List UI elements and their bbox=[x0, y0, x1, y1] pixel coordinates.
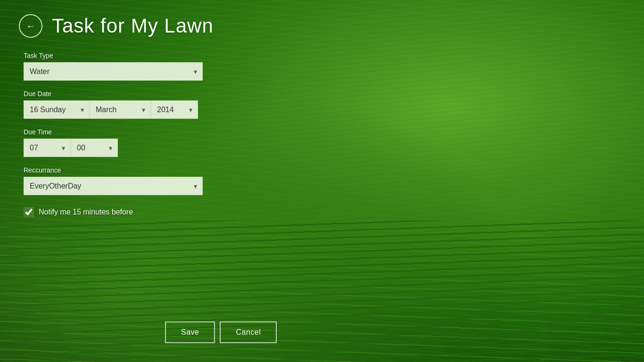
due-date-row: 16 Sunday 1 Saturday 17 Monday January F… bbox=[24, 100, 625, 119]
back-icon: ← bbox=[26, 21, 35, 32]
due-time-row: 00 01 02 03 04 05 06 07 08 09 10 11 12 bbox=[24, 139, 625, 157]
due-time-hour-select[interactable]: 00 01 02 03 04 05 06 07 08 09 10 11 12 bbox=[24, 139, 71, 157]
recurrence-group: Reccurrance Never Daily EveryOtherDay We… bbox=[24, 166, 625, 195]
due-date-label: Due Date bbox=[24, 90, 625, 98]
form: Task Type Water Mow Fertilize Weed Edge … bbox=[19, 52, 625, 217]
year-wrapper: 2013 2014 2015 2016 bbox=[151, 100, 198, 119]
save-button[interactable]: Save bbox=[165, 321, 215, 343]
month-wrapper: January February March April May June Ju… bbox=[90, 100, 151, 119]
due-time-minute-select[interactable]: 00 15 30 45 bbox=[71, 139, 118, 157]
due-date-group: Due Date 16 Sunday 1 Saturday 17 Monday … bbox=[24, 90, 625, 119]
header: ← Task for My Lawn bbox=[19, 14, 625, 38]
task-type-label: Task Type bbox=[24, 52, 625, 59]
due-date-year-select[interactable]: 2013 2014 2015 2016 bbox=[151, 100, 198, 119]
notify-label[interactable]: Notify me 15 minutes before bbox=[39, 208, 133, 216]
notify-row: Notify me 15 minutes before bbox=[24, 207, 625, 217]
task-type-select[interactable]: Water Mow Fertilize Weed Edge Seed bbox=[24, 62, 203, 81]
recurrence-wrapper: Never Daily EveryOtherDay Weekly Monthly bbox=[24, 177, 203, 195]
recurrence-select[interactable]: Never Daily EveryOtherDay Weekly Monthly bbox=[24, 177, 203, 195]
due-time-group: Due Time 00 01 02 03 04 05 06 07 08 09 1… bbox=[24, 128, 625, 157]
minute-wrapper: 00 15 30 45 bbox=[71, 139, 118, 157]
day-wrapper: 16 Sunday 1 Saturday 17 Monday bbox=[24, 100, 90, 119]
due-date-month-select[interactable]: January February March April May June Ju… bbox=[90, 100, 151, 119]
back-button[interactable]: ← bbox=[19, 14, 42, 38]
task-type-group: Task Type Water Mow Fertilize Weed Edge … bbox=[24, 52, 625, 81]
cancel-button[interactable]: Cancel bbox=[220, 321, 277, 343]
button-row: Save Cancel bbox=[165, 321, 277, 343]
notify-checkbox[interactable] bbox=[24, 207, 34, 217]
recurrence-label: Reccurrance bbox=[24, 166, 625, 174]
page-content: ← Task for My Lawn Task Type Water Mow F… bbox=[0, 0, 644, 362]
task-type-wrapper: Water Mow Fertilize Weed Edge Seed bbox=[24, 62, 203, 81]
due-time-label: Due Time bbox=[24, 128, 625, 136]
due-date-day-select[interactable]: 16 Sunday 1 Saturday 17 Monday bbox=[24, 100, 90, 119]
page-title: Task for My Lawn bbox=[52, 15, 214, 37]
hour-wrapper: 00 01 02 03 04 05 06 07 08 09 10 11 12 bbox=[24, 139, 71, 157]
